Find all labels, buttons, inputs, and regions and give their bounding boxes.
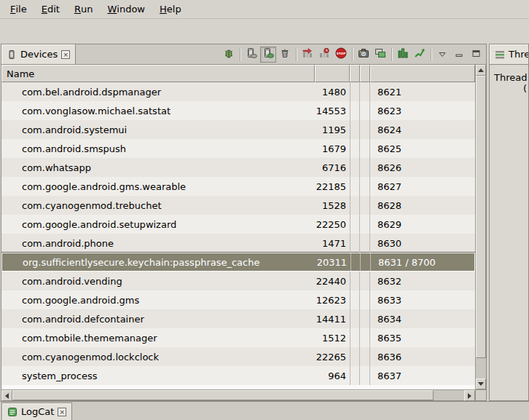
row-spacer-cell [350, 328, 360, 347]
tab-devices[interactable]: Devices × [1, 44, 76, 64]
process-pid: 1528 [315, 200, 350, 211]
column-header-name[interactable]: Name [1, 65, 315, 82]
column-header-port[interactable] [370, 65, 475, 82]
process-name: com.bel.android.dspmanager [1, 87, 315, 98]
table-row[interactable]: com.cyanogenmod.trebuchet 1528 8628 [1, 196, 475, 215]
table-row[interactable]: com.android.phone 1471 8630 [1, 234, 475, 253]
menu-window[interactable]: Window [100, 0, 152, 18]
row-spacer-cell [360, 120, 370, 139]
process-pid: 1471 [315, 238, 350, 249]
table-row[interactable]: com.bel.android.dspmanager 1480 8621 [1, 82, 475, 101]
minimize-view-button[interactable] [451, 47, 467, 63]
devices-toolbar: STOP [221, 44, 486, 64]
scroll-down-button[interactable] [476, 379, 486, 389]
svg-text:STOP: STOP [337, 52, 346, 55]
process-port: 8624 [370, 124, 475, 135]
process-port: 8635 [370, 333, 475, 344]
pixel-perfect-button[interactable] [412, 47, 428, 63]
row-spacer-cell [360, 196, 370, 215]
column-header-4[interactable] [360, 65, 370, 82]
capture-trace-button[interactable] [372, 47, 388, 63]
row-spacer-cell [350, 177, 360, 196]
horizontal-scrollbar-track[interactable] [434, 390, 464, 400]
column-header-name-label: Name [7, 68, 34, 79]
update-threads-button[interactable] [299, 47, 316, 63]
table-row[interactable]: com.google.android.setupwizard 22250 862… [1, 215, 475, 234]
row-spacer-cell [350, 309, 360, 328]
process-name: com.vonglasow.michael.satstat [1, 106, 315, 116]
menu-file[interactable]: File [3, 0, 34, 18]
table-row[interactable]: com.tmobile.thememanager 1512 8635 [1, 328, 475, 347]
process-pid: 14411 [315, 314, 350, 325]
process-pid: 964 [315, 371, 350, 381]
row-spacer-cell [350, 101, 360, 120]
vertical-scrollbar[interactable] [475, 65, 486, 389]
toolbar-separator [431, 48, 431, 61]
scroll-up-button[interactable] [476, 65, 486, 76]
row-spacer-cell [360, 101, 370, 120]
menu-help[interactable]: Help [152, 0, 189, 18]
table-row[interactable]: com.google.android.gms 12623 8633 [1, 290, 475, 309]
process-port: 8637 [370, 371, 475, 381]
tab-logcat-close-icon[interactable]: × [58, 408, 66, 416]
column-header-pid[interactable] [315, 65, 350, 82]
process-port: 8621 [370, 87, 475, 98]
table-row[interactable]: com.google.android.gms.wearable 22185 86… [1, 177, 475, 196]
process-name: com.tmobile.thememanager [1, 333, 315, 344]
menubar: File Edit Run Window Help [0, 0, 529, 19]
row-spacer-cell [360, 272, 370, 290]
process-port: 8630 [370, 238, 475, 249]
scroll-left-button[interactable] [1, 390, 12, 401]
debug-process-button[interactable] [221, 47, 237, 63]
toolbar-separator [296, 48, 297, 61]
menu-edit[interactable]: Edit [34, 0, 67, 18]
process-pid: 1679 [315, 143, 350, 154]
process-port: 8627 [370, 181, 475, 192]
vertical-scrollbar-track[interactable] [476, 358, 486, 379]
screen-capture-button[interactable] [356, 47, 372, 63]
menu-run[interactable]: Run [67, 0, 101, 18]
process-pid: 14553 [315, 106, 350, 116]
horizontal-scrollbar[interactable] [1, 390, 475, 400]
tab-logcat[interactable]: LogCat × [1, 403, 72, 420]
method-profiling-button[interactable] [316, 47, 332, 63]
maximize-view-button[interactable] [468, 47, 484, 63]
table-row[interactable]: org.sufficientlysecure.keychain:passphra… [1, 253, 475, 272]
process-name: com.cyanogenmod.lockclock [1, 352, 315, 362]
horizontal-scrollbar-row [1, 389, 486, 400]
row-spacer-cell [360, 177, 370, 196]
table-row[interactable]: system_process 964 8637 [1, 366, 475, 385]
row-spacer-cell [360, 347, 370, 366]
table-row[interactable]: com.android.systemui 1195 8624 [1, 120, 475, 139]
tab-devices-label: Devices [20, 49, 58, 60]
cause-gc-icon [279, 47, 291, 61]
scroll-right-button[interactable] [464, 390, 475, 401]
table-row[interactable]: com.whatsapp 6716 8626 [1, 158, 475, 177]
table-row[interactable]: com.android.vending 22440 8632 [1, 272, 475, 290]
process-pid: 22250 [315, 219, 350, 230]
dump-hprof-button[interactable] [260, 47, 276, 63]
vertical-scrollbar-thumb[interactable] [476, 76, 486, 358]
scroll-down-icon [478, 382, 484, 386]
tab-devices-close-icon[interactable]: × [61, 50, 70, 59]
table-row[interactable]: com.cyanogenmod.lockclock 22265 8636 [1, 347, 475, 366]
table-header: Name [1, 65, 475, 82]
tab-threads[interactable]: Threads × [490, 44, 528, 64]
threads-content: Thread up ( [490, 65, 528, 400]
row-spacer-cell [360, 139, 370, 158]
update-heap-button[interactable] [243, 47, 259, 63]
process-port: 8629 [370, 219, 475, 230]
table-row[interactable]: com.android.smspush 1679 8625 [1, 139, 475, 158]
logcat-view-bar: LogCat × [0, 401, 529, 420]
stop-process-icon: STOP [335, 47, 347, 61]
view-menu-button[interactable] [434, 47, 450, 63]
row-spacer-cell [350, 215, 360, 234]
table-row[interactable]: com.android.defcontainer 14411 8634 [1, 309, 475, 328]
cause-gc-button[interactable] [277, 47, 293, 63]
process-name: com.google.android.gms.wearable [1, 181, 315, 192]
table-row[interactable]: com.vonglasow.michael.satstat 14553 8623 [1, 101, 475, 120]
stop-process-button[interactable]: STOP [333, 47, 349, 63]
horizontal-scrollbar-thumb[interactable] [12, 390, 434, 400]
hierarchy-view-button[interactable] [395, 47, 411, 63]
column-header-3[interactable] [350, 65, 360, 82]
